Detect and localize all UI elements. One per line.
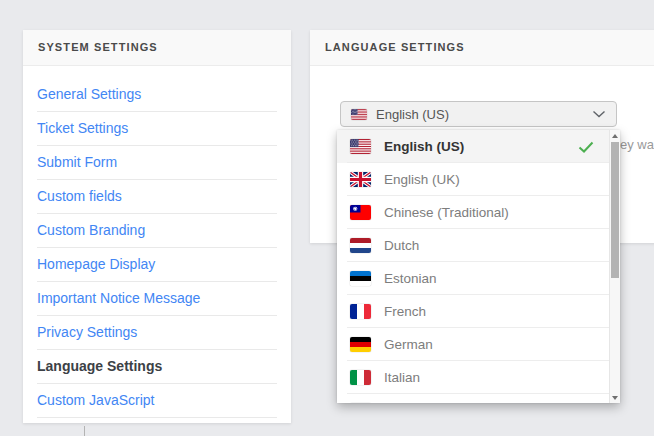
language-option-label: Estonian (384, 271, 437, 286)
language-dropdown: English (US)English (UK)Chinese (Traditi… (337, 130, 620, 403)
sidebar-item[interactable]: Ticket Settings (37, 112, 277, 146)
language-option-label: Italian (384, 370, 420, 385)
selected-flag (351, 109, 367, 120)
check-icon (578, 141, 594, 153)
language-option-label: Chinese (Traditional) (384, 205, 509, 220)
scrollbar-thumb[interactable] (611, 142, 619, 278)
sidebar-item[interactable]: General Settings (37, 78, 277, 112)
chevron-down-icon (592, 110, 606, 118)
us-flag-icon (350, 139, 371, 154)
scroll-up-icon[interactable] (610, 130, 620, 141)
language-dropdown-list: English (US)English (UK)Chinese (Traditi… (337, 130, 609, 403)
language-option-label: German (384, 337, 433, 352)
language-option[interactable]: English (US) (337, 130, 609, 163)
help-text-fragment: ey wan (620, 137, 654, 152)
system-settings-card: SYSTEM SETTINGS General SettingsTicket S… (23, 30, 291, 423)
italy-flag-icon (350, 370, 371, 385)
language-option[interactable]: Italian (337, 361, 609, 394)
language-option-label: English (UK) (384, 172, 460, 187)
sidebar-item[interactable]: Privacy Settings (37, 316, 277, 350)
language-option[interactable]: German (337, 328, 609, 361)
language-option[interactable]: English (UK) (337, 163, 609, 196)
language-option[interactable]: French (337, 295, 609, 328)
sidebar-menu: General SettingsTicket SettingsSubmit Fo… (23, 66, 291, 418)
below-fold-edge (84, 426, 85, 436)
language-option-label: English (US) (384, 139, 464, 154)
language-option[interactable]: Norwegian (337, 394, 609, 403)
uk-flag-icon (350, 172, 371, 187)
sidebar-item[interactable]: Custom fields (37, 180, 277, 214)
system-settings-title: SYSTEM SETTINGS (23, 30, 291, 66)
sidebar-item[interactable]: Homepage Display (37, 248, 277, 282)
language-option-label: Dutch (384, 238, 419, 253)
sidebar-item-active[interactable]: Language Settings (37, 350, 277, 384)
settings-page: { "colors": { "link_blue": "#4286f4", "a… (0, 0, 654, 436)
sidebar-item[interactable]: Custom Branding (37, 214, 277, 248)
scroll-down-icon[interactable] (610, 392, 620, 403)
language-option-label: French (384, 304, 426, 319)
netherlands-flag-icon (350, 238, 371, 253)
estonia-flag-icon (350, 271, 371, 286)
language-select-value: English (US) (376, 107, 449, 122)
france-flag-icon (350, 304, 371, 319)
sidebar-item[interactable]: Submit Form (37, 146, 277, 180)
sidebar-item[interactable]: Important Notice Message (37, 282, 277, 316)
taiwan-flag-icon (350, 205, 371, 220)
sidebar-item[interactable]: Custom JavaScript (37, 384, 277, 418)
language-option[interactable]: Dutch (337, 229, 609, 262)
language-settings-title: LANGUAGE SETTINGS (310, 30, 654, 66)
language-option[interactable]: Estonian (337, 262, 609, 295)
germany-flag-icon (350, 337, 371, 352)
language-option[interactable]: Chinese (Traditional) (337, 196, 609, 229)
language-select[interactable]: English (US) (340, 101, 617, 127)
dropdown-scrollbar[interactable] (609, 130, 620, 403)
